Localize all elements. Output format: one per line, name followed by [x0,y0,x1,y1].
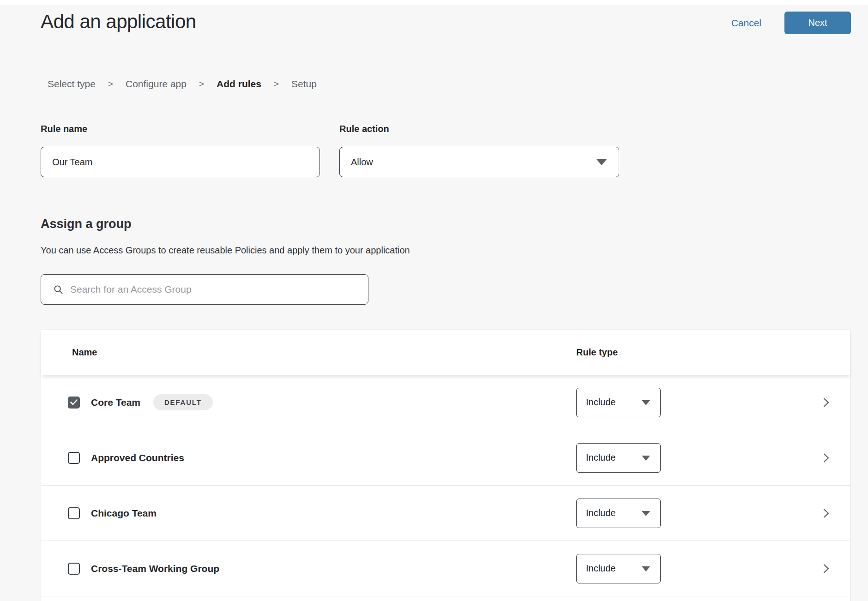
row-checkbox[interactable] [68,563,80,575]
caret-down-icon [642,511,650,516]
add-application-page: Add an application Cancel Next Select ty… [0,5,868,601]
group-name: Approved Countries [91,452,184,463]
rule-form: Rule name Rule action Allow [41,124,851,177]
assign-group-description: You can use Access Groups to create reus… [41,245,851,256]
rule-type-select[interactable]: Include [576,388,661,417]
rule-type-select[interactable]: Include [576,554,661,583]
rule-type-value: Include [586,397,616,408]
chevron-right-icon[interactable] [821,452,831,463]
chevron-right-icon[interactable] [821,508,831,519]
caret-down-icon [642,456,650,461]
rule-action-label: Rule action [339,124,619,134]
assign-group-heading: Assign a group [41,217,851,231]
chevron-right-icon[interactable] [821,397,831,408]
page-title: Add an application [41,11,196,33]
table-row: Chicago Team Include [41,486,850,541]
caret-down-icon [642,566,650,571]
column-header-rule-type: Rule type [576,347,618,358]
rule-action-select[interactable]: Allow [339,147,619,177]
rule-type-value: Include [586,563,616,574]
row-checkbox[interactable] [68,452,80,464]
checkmark-icon [70,399,78,405]
row-checkbox[interactable] [68,507,80,519]
rule-type-select[interactable]: Include [576,443,661,473]
breadcrumb-step-select-type[interactable]: Select type [48,78,96,90]
group-name: Chicago Team [91,508,157,519]
table-row-partial [41,596,850,601]
group-name: Cross-Team Working Group [91,563,219,574]
rule-type-value: Include [586,452,616,463]
rule-type-select[interactable]: Include [576,499,661,528]
caret-down-icon [642,400,650,405]
column-header-name: Name [72,347,97,358]
next-button[interactable]: Next [784,12,851,34]
table-row: Approved Countries Include [41,430,850,486]
rule-name-label: Rule name [41,124,320,134]
page-header: Add an application Cancel Next [41,5,851,34]
search-input[interactable] [70,275,361,304]
row-checkbox[interactable] [68,397,80,409]
breadcrumb-step-setup[interactable]: Setup [291,78,317,90]
table-row: Cross-Team Working Group Include [41,541,850,596]
top-nav-remnant [0,0,868,5]
rule-action-field-group: Rule action Allow [339,124,619,177]
search-icon [53,284,64,295]
breadcrumb-step-configure-app[interactable]: Configure app [126,78,187,90]
rule-action-value: Allow [351,157,373,168]
rule-type-value: Include [586,508,616,518]
access-groups-table: Name Rule type Core Team DEFAULT Include [41,330,851,601]
cancel-button[interactable]: Cancel [731,18,761,29]
breadcrumb-step-add-rules[interactable]: Add rules [217,78,261,90]
chevron-right-icon[interactable] [821,563,831,574]
breadcrumb-separator-icon: > [274,79,279,89]
caret-down-icon [597,159,607,165]
group-name: Core Team [91,397,140,408]
table-header: Name Rule type [41,330,850,375]
table-row: Core Team DEFAULT Include [41,375,850,430]
rule-name-input[interactable] [41,147,320,177]
default-badge: DEFAULT [153,394,213,410]
breadcrumb-separator-icon: > [108,79,113,89]
rule-name-field-group: Rule name [41,124,320,177]
header-actions: Cancel Next [731,11,851,34]
breadcrumb-separator-icon: > [199,79,204,89]
breadcrumb: Select type > Configure app > Add rules … [48,78,851,90]
access-group-search[interactable] [41,274,368,305]
